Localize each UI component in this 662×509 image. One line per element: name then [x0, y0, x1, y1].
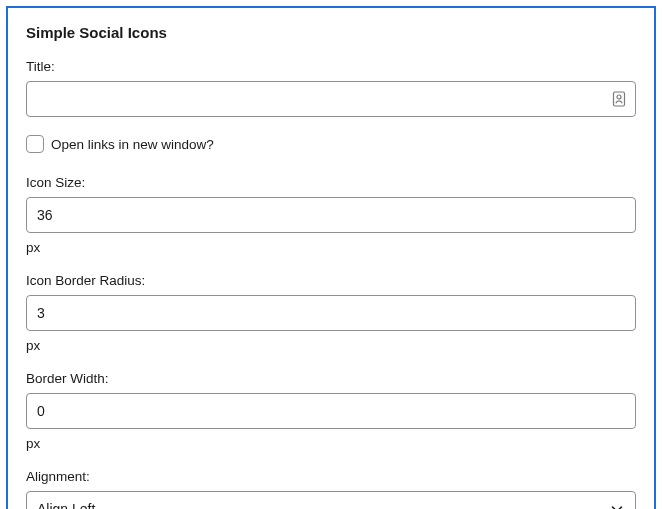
widget-panel: Simple Social Icons Title: Open links in…	[6, 6, 656, 509]
new-window-label[interactable]: Open links in new window?	[51, 137, 214, 152]
field-border-width: Border Width: px	[26, 371, 636, 451]
icon-size-label: Icon Size:	[26, 175, 636, 190]
field-border-radius: Icon Border Radius: px	[26, 273, 636, 353]
field-new-window: Open links in new window?	[26, 135, 636, 153]
field-alignment: Alignment: Align Left	[26, 469, 636, 509]
field-icon-size: Icon Size: px	[26, 175, 636, 255]
title-label: Title:	[26, 59, 636, 74]
border-radius-label: Icon Border Radius:	[26, 273, 636, 288]
alignment-label: Alignment:	[26, 469, 636, 484]
icon-size-unit: px	[26, 240, 636, 255]
border-radius-input[interactable]	[26, 295, 636, 331]
border-width-input[interactable]	[26, 393, 636, 429]
field-title: Title:	[26, 59, 636, 117]
border-width-unit: px	[26, 436, 636, 451]
border-width-label: Border Width:	[26, 371, 636, 386]
alignment-select[interactable]: Align Left	[26, 491, 636, 509]
icon-size-input[interactable]	[26, 197, 636, 233]
new-window-checkbox[interactable]	[26, 135, 44, 153]
alignment-select-wrap: Align Left	[26, 491, 636, 509]
title-input[interactable]	[26, 81, 636, 117]
border-radius-unit: px	[26, 338, 636, 353]
widget-title: Simple Social Icons	[26, 24, 636, 41]
title-input-wrap	[26, 81, 636, 117]
